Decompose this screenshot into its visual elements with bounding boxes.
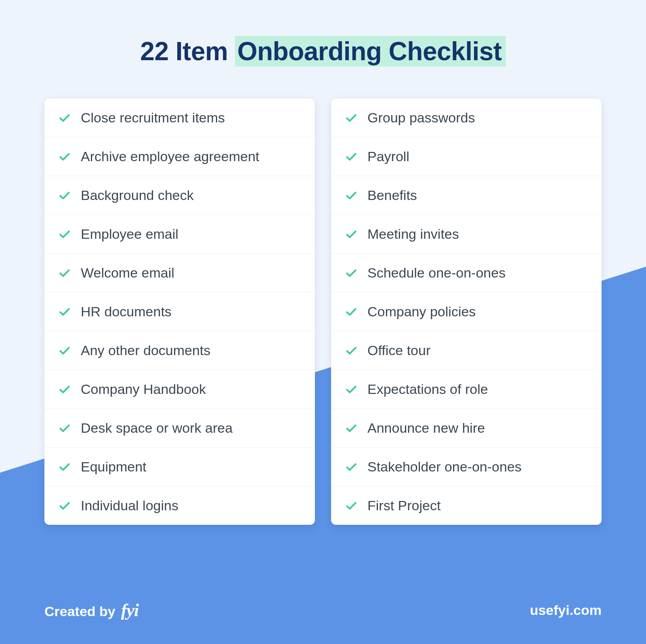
title-prefix: 22 Item <box>140 37 235 66</box>
list-item-label: Schedule one-on-ones <box>367 265 505 281</box>
list-item: HR documents <box>44 293 315 331</box>
list-item-label: Payroll <box>367 149 409 164</box>
list-item: Close recruitment items <box>44 99 315 137</box>
list-item: Company Handbook <box>44 370 315 409</box>
check-icon <box>344 266 359 280</box>
list-item: Payroll <box>331 137 602 176</box>
list-item-label: Employee email <box>81 226 178 242</box>
footer-site: usefyi.com <box>530 602 602 618</box>
list-item: Meeting invites <box>331 215 602 254</box>
list-item-label: Company policies <box>367 304 476 320</box>
list-item-label: Benefits <box>367 187 417 203</box>
list-item-label: Stakeholder one-on-ones <box>367 459 522 475</box>
title-highlight: Onboarding Checklist <box>235 36 506 67</box>
list-item: Individual logins <box>44 486 315 525</box>
check-icon <box>344 421 359 436</box>
list-item-label: Background check <box>81 187 194 203</box>
check-icon <box>57 266 72 280</box>
list-item-label: HR documents <box>81 304 172 320</box>
list-item: Group passwords <box>331 99 602 137</box>
list-item: Any other documents <box>44 331 315 370</box>
list-item: Expectations of role <box>331 370 602 409</box>
list-item: Benefits <box>331 176 602 215</box>
check-icon <box>344 382 359 397</box>
list-item: Stakeholder one-on-ones <box>331 448 602 486</box>
check-icon <box>344 460 359 474</box>
checklist-card-left: Close recruitment itemsArchive employee … <box>44 99 315 525</box>
check-icon <box>57 305 72 319</box>
check-icon <box>344 188 359 203</box>
list-item-label: Equipment <box>81 459 147 475</box>
check-icon <box>344 499 359 513</box>
logo: fyi <box>121 600 138 621</box>
list-item-label: First Project <box>367 498 440 514</box>
list-item-label: Announce new hire <box>367 420 485 436</box>
list-item-label: Meeting invites <box>367 226 459 242</box>
check-icon <box>344 305 359 319</box>
check-icon <box>344 227 359 242</box>
list-item: Employee email <box>44 215 315 254</box>
list-item-label: Group passwords <box>367 110 475 126</box>
check-icon <box>344 149 359 164</box>
list-item-label: Company Handbook <box>81 381 206 397</box>
list-item-label: Office tour <box>367 343 430 358</box>
list-item: First Project <box>331 486 602 525</box>
checklist-columns: Close recruitment itemsArchive employee … <box>44 99 602 525</box>
check-icon <box>57 343 72 358</box>
check-icon <box>57 188 72 203</box>
check-icon <box>344 111 359 125</box>
check-icon <box>57 227 72 242</box>
list-item-label: Close recruitment items <box>81 110 225 126</box>
check-icon <box>57 499 72 513</box>
list-item: Office tour <box>331 331 602 370</box>
list-item: Welcome email <box>44 254 315 293</box>
list-item-label: Any other documents <box>81 343 210 358</box>
check-icon <box>344 343 359 358</box>
list-item-label: Desk space or work area <box>81 420 233 436</box>
check-icon <box>57 382 72 397</box>
check-icon <box>57 111 72 125</box>
list-item-label: Expectations of role <box>367 381 488 397</box>
list-item: Archive employee agreement <box>44 137 315 176</box>
list-item: Company policies <box>331 293 602 331</box>
page-title: 22 Item Onboarding Checklist <box>44 36 602 66</box>
check-icon <box>57 421 72 436</box>
checklist-card-right: Group passwordsPayrollBenefitsMeeting in… <box>331 99 602 525</box>
list-item: Announce new hire <box>331 409 602 448</box>
list-item-label: Individual logins <box>81 498 178 514</box>
check-icon <box>57 149 72 164</box>
list-item: Schedule one-on-ones <box>331 254 602 293</box>
list-item: Desk space or work area <box>44 409 315 448</box>
check-icon <box>57 460 72 474</box>
created-by-label: Created by <box>44 604 115 619</box>
list-item-label: Welcome email <box>81 265 174 281</box>
list-item-label: Archive employee agreement <box>81 149 259 164</box>
list-item: Equipment <box>44 448 315 486</box>
footer-left: Created by fyi <box>44 600 138 621</box>
list-item: Background check <box>44 176 315 215</box>
footer: Created by fyi usefyi.com <box>0 581 646 644</box>
